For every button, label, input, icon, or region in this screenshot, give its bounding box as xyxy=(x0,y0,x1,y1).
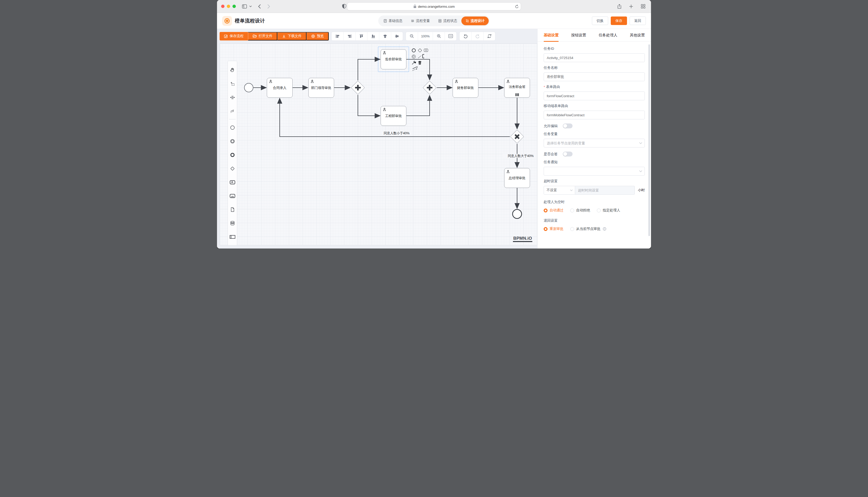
create-end-event-icon[interactable] xyxy=(228,148,237,162)
refresh-button[interactable] xyxy=(483,32,495,41)
switch-button[interactable]: 切换 xyxy=(592,16,608,25)
edge-label-gt40[interactable]: 同意人数大于40% xyxy=(502,154,537,158)
tab-other-settings[interactable]: 其他设置 xyxy=(630,29,645,42)
task-cost-dept-approval[interactable]: 造价部审批 xyxy=(381,49,407,69)
back-button-app[interactable]: 返回 xyxy=(630,16,646,25)
create-gateway-icon[interactable] xyxy=(228,162,237,175)
back-button[interactable] xyxy=(256,3,263,10)
task-variable-select[interactable] xyxy=(544,139,645,147)
sidebar-icon[interactable] xyxy=(240,3,248,10)
create-data-object-icon[interactable] xyxy=(228,203,237,216)
zoom-window-button[interactable] xyxy=(233,5,236,8)
create-start-event-icon[interactable] xyxy=(228,120,237,134)
info-icon[interactable] xyxy=(603,227,606,231)
align-center-horizontal-button[interactable] xyxy=(379,32,391,41)
tab-flow-design[interactable]: 流程设计 xyxy=(461,16,489,25)
assignee-empty-options: 自动通过 自动拒绝 指定处理人 xyxy=(544,208,645,213)
tab-task-assignee[interactable]: 任务处理人 xyxy=(598,29,618,42)
create-data-store-icon[interactable] xyxy=(228,216,237,230)
radio-auto-approve[interactable]: 自动通过 xyxy=(544,208,564,213)
mobile-route-input[interactable] xyxy=(544,111,645,119)
save-button[interactable]: 保存 xyxy=(611,16,627,25)
task-notify-select[interactable] xyxy=(544,167,645,175)
close-window-button[interactable] xyxy=(221,5,224,8)
download-file-button[interactable]: 下载文件 xyxy=(277,32,306,41)
tab-overview-icon[interactable] xyxy=(639,3,647,10)
align-center-vertical-button[interactable] xyxy=(391,32,403,41)
tab-flow-variables[interactable]: 流程变量 xyxy=(407,16,434,25)
hand-tool-icon[interactable] xyxy=(228,63,237,77)
bpmn-io-logo[interactable]: BPMN.iO xyxy=(513,236,532,242)
task-name-label: 任务名称 xyxy=(544,66,645,70)
zoom-out-button[interactable] xyxy=(406,32,418,41)
tab-button-settings[interactable]: 按钮设置 xyxy=(571,29,586,42)
radio-assign-handler[interactable]: 指定处理人 xyxy=(597,208,620,213)
task-id-input[interactable] xyxy=(544,53,645,62)
radio-from-current-node[interactable]: 从当前节点审批 xyxy=(570,227,606,231)
align-left-button[interactable] xyxy=(332,32,343,41)
panel-scrollbar[interactable] xyxy=(648,44,650,236)
task-contract-entry[interactable]: 合同录入 xyxy=(267,78,293,98)
reload-icon[interactable] xyxy=(515,4,519,8)
zoom-in-button[interactable] xyxy=(433,32,444,41)
space-tool-icon[interactable] xyxy=(228,90,237,104)
lasso-tool-icon[interactable] xyxy=(228,77,237,90)
create-participant-icon[interactable] xyxy=(228,230,237,244)
global-connect-tool-icon[interactable] xyxy=(228,104,237,118)
task-finance-dept-approval[interactable]: 财务部审批 xyxy=(453,78,478,98)
url-bar[interactable]: demo.orangeforms.com xyxy=(347,2,521,10)
start-event[interactable] xyxy=(244,83,253,92)
tab-flow-status[interactable]: 流程状态 xyxy=(434,16,461,25)
append-gateway-icon[interactable] xyxy=(417,48,423,53)
bpmn-canvas[interactable]: 合同录入 部门领导审批 造价部审批 xyxy=(220,43,537,245)
task-dept-leader-approval[interactable]: 部门领导审批 xyxy=(308,78,334,98)
edge-gateway-to-engineering[interactable] xyxy=(358,95,380,116)
create-group-icon[interactable] xyxy=(228,244,237,245)
align-bottom-button[interactable] xyxy=(367,32,379,41)
connect-tool-icon[interactable] xyxy=(411,66,420,71)
redo-button[interactable] xyxy=(471,32,483,41)
append-intermediate-event-icon[interactable] xyxy=(411,54,416,59)
form-route-input[interactable] xyxy=(544,91,645,100)
delete-trash-icon[interactable] xyxy=(417,60,423,65)
align-right-button[interactable] xyxy=(343,32,355,41)
undo-button[interactable] xyxy=(459,32,471,41)
exclusive-gateway[interactable] xyxy=(510,129,524,144)
edge-engineering-to-join[interactable] xyxy=(407,95,430,116)
task-gm-approval[interactable]: 总经理审批 xyxy=(504,168,530,188)
forward-button[interactable] xyxy=(265,3,273,10)
new-tab-icon[interactable] xyxy=(627,3,635,10)
task-name-input[interactable] xyxy=(544,72,645,81)
save-flow-button[interactable]: 保存流程 xyxy=(220,32,248,41)
task-legal-dept-countersign[interactable]: 法务部会签 xyxy=(504,78,530,98)
radio-restart-approval[interactable]: 重新审批 xyxy=(544,227,564,231)
open-file-button[interactable]: 打开文件 xyxy=(248,32,277,41)
append-user-task-icon[interactable] xyxy=(424,48,429,53)
radio-auto-reject[interactable]: 自动拒绝 xyxy=(570,208,590,213)
preview-button[interactable]: 预览 xyxy=(306,32,329,41)
zoom-reset-button[interactable] xyxy=(444,32,456,41)
append-text-annotation-icon[interactable] xyxy=(417,54,426,59)
timeout-mode-select[interactable]: 不设置 xyxy=(544,186,575,195)
align-top-button[interactable] xyxy=(355,32,367,41)
chevron-down-icon[interactable] xyxy=(248,3,253,10)
append-end-event-icon[interactable] xyxy=(411,48,416,53)
minimize-window-button[interactable] xyxy=(227,5,230,8)
parallel-gateway-split[interactable] xyxy=(351,81,365,95)
create-subprocess-icon[interactable] xyxy=(228,189,237,203)
tab-basic-settings[interactable]: 基础设置 xyxy=(544,29,559,42)
allow-edit-toggle[interactable] xyxy=(563,124,573,128)
edge-gateway-to-cost[interactable] xyxy=(358,59,380,81)
share-icon[interactable] xyxy=(616,3,623,10)
countersign-toggle[interactable] xyxy=(563,152,573,156)
create-intermediate-event-icon[interactable] xyxy=(228,134,237,148)
zoom-level[interactable]: 100% xyxy=(418,32,433,41)
create-user-task-icon[interactable] xyxy=(228,175,237,189)
end-event[interactable] xyxy=(512,209,522,219)
tab-basic-info[interactable]: 基础信息 xyxy=(379,16,407,25)
change-type-wrench-icon[interactable] xyxy=(411,60,416,65)
timeout-value-input[interactable] xyxy=(575,186,635,195)
task-engineering-dept-approval[interactable]: 工程部审批 xyxy=(381,106,407,126)
parallel-gateway-join[interactable] xyxy=(423,81,437,95)
edge-label-lt40[interactable]: 同意人数小于40% xyxy=(382,131,411,135)
